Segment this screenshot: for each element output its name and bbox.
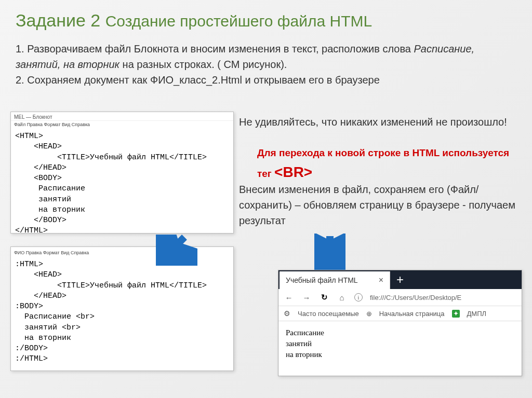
url-text[interactable]: file:///C:/Users/User/Desktop/E <box>370 294 516 301</box>
intro-text: 1. Разворачиваем файл Блокнота и вносим … <box>0 38 532 93</box>
slide-title: Задание 2 Создание простейшего файла HTM… <box>0 0 532 38</box>
nav-reload-icon[interactable]: ↻ <box>319 292 329 303</box>
title-sub: Создание простейшего файла HTML <box>105 12 372 30</box>
notepad-window-2: ФИО Правка Формат Вид Справка :HTML> <HE… <box>10 246 234 371</box>
site-info-icon[interactable]: i <box>354 293 363 301</box>
red-note-tag: <BR> <box>274 164 312 180</box>
svg-line-0 <box>164 237 184 258</box>
nav-back-icon[interactable]: ← <box>284 292 294 303</box>
tab-title: Учебный файл HTML <box>286 276 358 284</box>
notepad1-menubar: Файл Правка Формат Вид Справка <box>11 121 233 129</box>
note-no-changes: Не удивляйтесь, что никаких изменений не… <box>239 114 527 130</box>
intro-line1c: на разных строках. ( СМ рисунок). <box>119 59 287 70</box>
new-tab-button[interactable]: + <box>390 270 410 289</box>
bookmark-dmpl[interactable]: ДМПЛ <box>467 310 487 318</box>
notepad2-content: :HTML> <HEAD> <TITLE>Учебный файл HTML</… <box>11 257 233 369</box>
browser-content: Расписание занятий на вторник <box>278 321 522 366</box>
red-note: Для перехода к новой строке в HTML испол… <box>257 145 522 184</box>
arrow-down-icon <box>314 234 345 275</box>
notepad1-titlebar: MEL — Блокнот <box>11 112 233 121</box>
notepad-window-1: MEL — Блокнот Файл Правка Формат Вид Спр… <box>10 112 234 234</box>
notepad1-content: <HTML> <HEAD> <TITLE>Учебный файл HTML</… <box>11 129 233 241</box>
content-line2: занятий <box>286 338 514 349</box>
title-main: Задание 2 <box>16 10 100 30</box>
browser-bookmarks-bar: ⚙ Часто посещаемые ⊕ Начальная страница … <box>278 306 522 321</box>
notepad2-menubar: ФИО Правка Формат Вид Справка <box>11 247 233 257</box>
note-save-refresh: Внесим изменения в файл, сохраняем его (… <box>239 182 527 228</box>
browser-window: Учебный файл HTML × + ← → ↻ ⌂ i file:///… <box>278 270 522 376</box>
content-line3: на вторник <box>286 349 514 360</box>
bookmark-green-icon[interactable]: ✦ <box>452 310 460 318</box>
browser-tabbar: Учебный файл HTML × + <box>278 270 522 289</box>
nav-home-icon[interactable]: ⌂ <box>337 292 347 303</box>
arrow-down-left-icon <box>156 235 197 266</box>
intro-line1a: 1. Разворачиваем файл Блокнота и вносим … <box>16 43 414 54</box>
bookmark-start[interactable]: Начальная страница <box>379 310 445 318</box>
tab-close-icon[interactable]: × <box>379 276 383 285</box>
content-line1: Расписание <box>286 327 514 338</box>
browser-address-bar: ← → ↻ ⌂ i file:///C:/Users/User/Desktop/… <box>278 289 522 306</box>
gear-icon[interactable]: ⚙ <box>284 309 290 318</box>
browser-tab[interactable]: Учебный файл HTML × <box>280 271 390 289</box>
bookmark-frequent[interactable]: Часто посещаемые <box>298 310 359 318</box>
nav-forward-icon[interactable]: → <box>301 292 312 303</box>
intro-line2: 2. Сохраняем документ как ФИО_класс_2.Ht… <box>16 74 380 86</box>
globe-icon[interactable]: ⊕ <box>366 310 372 318</box>
